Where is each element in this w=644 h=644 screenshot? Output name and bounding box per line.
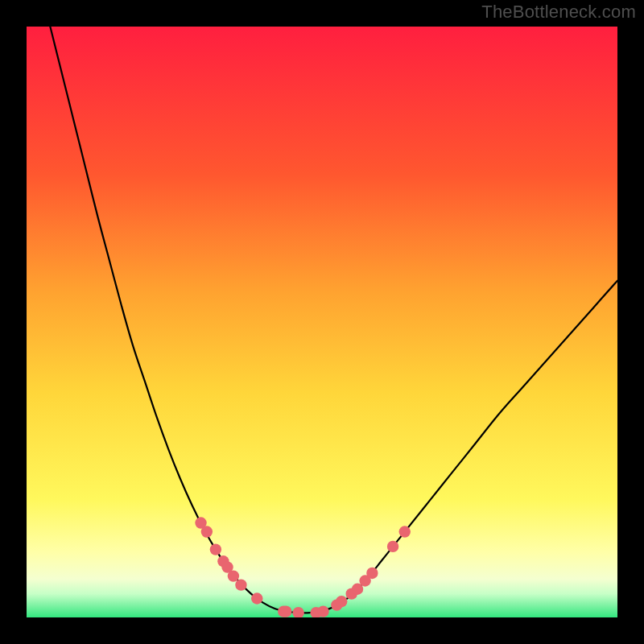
data-marker xyxy=(228,570,239,581)
plot-svg xyxy=(27,27,617,617)
data-marker xyxy=(399,526,411,537)
data-marker xyxy=(366,568,378,579)
data-marker xyxy=(201,526,213,537)
plot-area xyxy=(27,27,617,617)
data-marker xyxy=(210,543,221,555)
data-marker xyxy=(336,596,347,607)
gradient-background xyxy=(27,27,617,617)
data-marker xyxy=(280,605,291,617)
data-marker xyxy=(251,592,262,604)
watermark-text: TheBottleneck.com xyxy=(481,2,636,23)
data-marker xyxy=(317,605,328,617)
data-marker xyxy=(235,579,246,590)
chart-frame: TheBottleneck.com xyxy=(0,0,644,644)
data-marker xyxy=(387,541,398,552)
